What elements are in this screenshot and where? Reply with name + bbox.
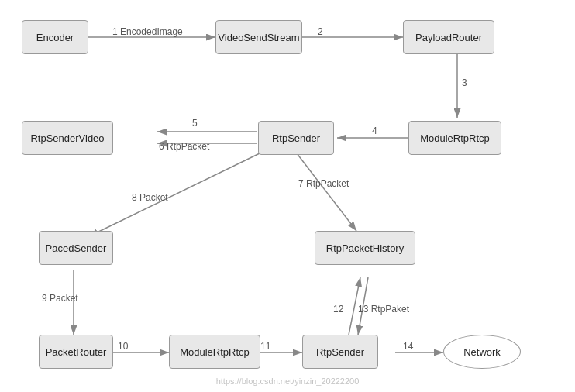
label-10: 10 [118, 341, 128, 352]
video-send-stream-node: VideoSendStream [215, 20, 302, 54]
label-12: 12 [333, 304, 343, 315]
label-2: 2 [318, 26, 323, 37]
rtp-sender2-node: RtpSender [302, 335, 378, 369]
rtp-packet-history-node: RtpPacketHistory [315, 231, 415, 265]
encoder-node: Encoder [22, 20, 88, 54]
label-9: 9 Packet [42, 293, 78, 304]
module-rtp-rtcp2-node: ModuleRtpRtcp [169, 335, 260, 369]
label-1: 1 EncodedImage [112, 26, 183, 37]
label-6: 6 RtpPacket [159, 141, 209, 152]
rtp-sender-node: RtpSender [258, 121, 334, 155]
label-4: 4 [372, 126, 377, 136]
network-node: Network [443, 335, 521, 369]
payload-router-node: PayloadRouter [403, 20, 494, 54]
label-7: 7 RtpPacket [298, 178, 349, 189]
watermark: https://blog.csdn.net/yinzin_20222200 [216, 377, 360, 386]
paced-sender-node: PacedSender [39, 231, 113, 265]
packet-router-node: PacketRouter [39, 335, 113, 369]
label-8: 8 Packet [132, 192, 168, 203]
label-5: 5 [192, 118, 198, 129]
label-11: 11 [260, 341, 270, 352]
label-13: 13 RtpPaket [358, 304, 409, 315]
label-3: 3 [462, 77, 467, 88]
module-rtp-rtcp-node: ModuleRtpRtcp [408, 121, 501, 155]
rtp-sender-video-node: RtpSenderVideo [22, 121, 113, 155]
svg-line-8 [297, 153, 356, 231]
label-14: 14 [403, 341, 413, 352]
svg-line-9 [89, 153, 260, 236]
